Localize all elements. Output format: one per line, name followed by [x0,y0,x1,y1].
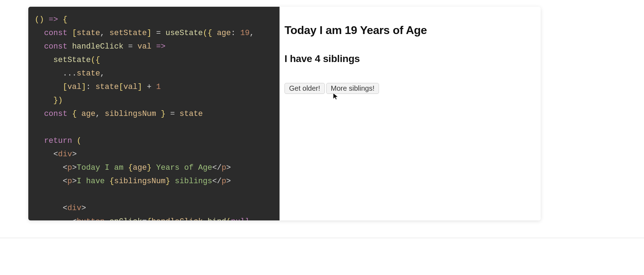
divider [0,238,644,238]
code-editor[interactable]: () => { const [state, setState] = useSta… [28,7,280,220]
playground-container: () => { const [state, setState] = useSta… [28,7,541,220]
get-older-button[interactable]: Get older! [284,83,325,94]
more-siblings-button[interactable]: More siblings! [326,83,379,94]
age-text: Today I am 19 Years of Age [284,24,536,37]
preview-pane: Today I am 19 Years of Age I have 4 sibl… [280,7,541,220]
siblings-text: I have 4 siblings [284,53,536,64]
button-row: Get older! More siblings! [284,83,536,94]
